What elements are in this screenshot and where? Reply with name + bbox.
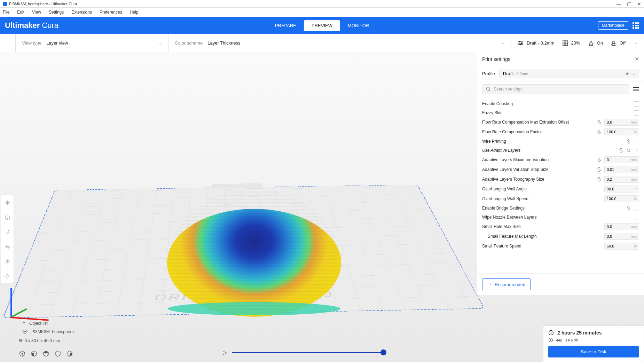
svg-line-11	[489, 90, 491, 92]
menu-edit[interactable]: Edit	[17, 10, 24, 15]
slider-thumb[interactable]	[380, 349, 386, 355]
settings-menu-icon[interactable]	[633, 87, 639, 91]
link-icon[interactable]	[597, 167, 603, 172]
link-icon[interactable]	[626, 206, 633, 211]
mesh-tool[interactable]: ⊞	[1, 254, 14, 268]
menu-view[interactable]: View	[32, 10, 41, 15]
setting-input[interactable]: 100.0%	[604, 128, 639, 135]
menu-help[interactable]: Help	[130, 10, 139, 15]
setting-input[interactable]: 0.0mm	[604, 223, 639, 230]
link-icon[interactable]	[619, 148, 625, 153]
close-window-button[interactable]: ✕	[637, 1, 641, 7]
setting-input[interactable]: 90.0°	[604, 186, 639, 192]
profile-selector[interactable]: Draft - 0.2mm ★ ⌄	[499, 69, 639, 78]
chevron-up-icon: ⌃	[22, 321, 26, 326]
link-icon[interactable]	[626, 139, 633, 144]
checkbox[interactable]	[634, 101, 639, 107]
checkbox[interactable]: ✓	[634, 148, 639, 153]
setting-input[interactable]: 0.0mm	[604, 233, 639, 240]
checkbox[interactable]	[634, 110, 639, 116]
view-front-icon[interactable]	[31, 350, 38, 357]
logo-product: Cura	[42, 21, 58, 30]
view-type-label: View type	[22, 40, 41, 46]
chevron-down-icon: ⌄	[502, 41, 505, 45]
setting-input[interactable]: 0.0mm	[604, 119, 639, 126]
menu-file[interactable]: File	[3, 10, 9, 15]
profile-summary[interactable]: Draft - 0.2mm	[518, 40, 554, 46]
scale-tool[interactable]: ◱	[1, 210, 14, 225]
window-controls: — ▢ ✕	[616, 1, 641, 7]
apps-icon[interactable]	[633, 22, 639, 29]
minimize-button[interactable]: —	[616, 1, 621, 7]
visibility-icon[interactable]	[22, 330, 28, 334]
save-panel: 2 hours 25 minutes 44g · 14.67m Save to …	[543, 325, 644, 362]
checkbox[interactable]	[634, 206, 639, 211]
setting-input[interactable]: 50.0%	[604, 243, 639, 250]
adhesion-icon	[611, 40, 617, 46]
adhesion-summary[interactable]: Off	[611, 40, 626, 46]
setting-label: Adaptive Layers Maximum Variation	[482, 157, 597, 162]
view-left-icon[interactable]	[54, 350, 61, 357]
setting-label: Flow Rate Compensation Max Extrusion Off…	[482, 120, 597, 125]
checkbox[interactable]	[634, 139, 639, 144]
star-icon[interactable]: ★	[625, 71, 629, 76]
app-icon	[3, 2, 7, 6]
marketplace-button[interactable]: Marketplace	[598, 21, 628, 30]
support-summary[interactable]: On	[588, 40, 603, 46]
maximize-button[interactable]: ▢	[627, 1, 631, 7]
chevron-down-icon: ⌄	[159, 41, 162, 45]
object-list-item[interactable]: PI3MK3M_hemisphere	[19, 328, 130, 336]
move-tool[interactable]: ✥	[1, 195, 14, 210]
layer-slider[interactable]	[232, 352, 386, 353]
close-panel-icon[interactable]: ✕	[635, 56, 639, 62]
infill-summary[interactable]: 20%	[562, 40, 580, 46]
support-icon	[588, 40, 594, 46]
setting-input[interactable]: 0.2mm	[604, 176, 639, 183]
view-top-icon[interactable]	[42, 350, 49, 357]
menu-settings[interactable]: Settings	[49, 10, 64, 15]
app-logo: Ultimaker Cura	[5, 21, 58, 30]
view-right-icon[interactable]	[66, 350, 73, 357]
settings-list: Enable CoastingFuzzy SkinFlow Rate Compe…	[477, 97, 644, 273]
mirror-tool[interactable]: ⇋	[1, 239, 14, 254]
link-icon[interactable]	[597, 177, 603, 182]
sliders-icon	[518, 40, 524, 46]
recommended-button[interactable]: 〈 Recommended	[482, 278, 531, 290]
save-to-disk-button[interactable]: Save to Disk	[548, 346, 639, 357]
menu-preferences[interactable]: Preferences	[100, 10, 122, 15]
window-title: PI3MK3M_hemisphere - Ultimaker Cura	[9, 2, 77, 6]
checkbox[interactable]	[634, 215, 639, 220]
clock-icon	[548, 330, 554, 336]
view-3d-icon[interactable]	[19, 350, 26, 357]
axis-gizmo[interactable]	[8, 282, 46, 320]
setting-label: Enable Coasting	[482, 101, 634, 106]
setting-row: Enable Coasting	[477, 99, 644, 108]
setting-row: Adaptive Layers Maximum Variation0.1mm	[477, 155, 644, 165]
rotate-tool[interactable]: ↺	[1, 225, 14, 239]
setting-label: Use Adaptive Layers	[482, 148, 619, 153]
play-button[interactable]: ▷	[223, 349, 227, 356]
object-list-header[interactable]: ⌃ Object list	[19, 319, 130, 328]
tab-preview[interactable]: PREVIEW	[304, 20, 340, 31]
link-icon[interactable]	[597, 157, 603, 162]
setting-input[interactable]: 0.1mm	[604, 156, 639, 163]
view-type-selector[interactable]: View type Layer view ⌄	[15, 34, 168, 52]
profile-name: Draft	[503, 71, 513, 76]
search-placeholder: Search settings	[494, 87, 523, 92]
reset-icon[interactable]	[626, 148, 633, 153]
tab-prepare[interactable]: PREPARE	[267, 20, 304, 31]
color-scheme-value: Layer Thickness	[207, 40, 240, 46]
setting-row: Adaptive Layers Variation Step Size0.01m…	[477, 165, 644, 174]
tab-monitor[interactable]: MONITOR	[340, 20, 377, 31]
link-icon[interactable]	[597, 120, 603, 125]
support-blocker-tool[interactable]: ◇	[1, 268, 14, 283]
setting-row: Overhanging Wall Speed100.0%	[477, 194, 644, 204]
menu-extensions[interactable]: Extensions	[71, 10, 92, 15]
search-settings-input[interactable]: Search settings	[482, 84, 629, 94]
profile-label: Profile	[482, 71, 495, 76]
link-icon[interactable]	[597, 129, 603, 134]
setting-input[interactable]: 100.0%	[604, 195, 639, 202]
model-hemisphere[interactable]	[167, 188, 341, 317]
setting-input[interactable]: 0.01mm	[604, 166, 639, 173]
color-scheme-selector[interactable]: Color scheme Layer Thickness ⌄	[168, 34, 511, 52]
